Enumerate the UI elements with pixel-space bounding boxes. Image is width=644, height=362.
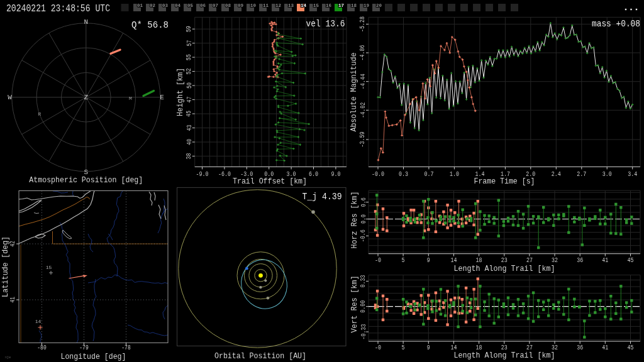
svg-text:19: 19: [364, 3, 370, 8]
svg-text:0.6: 0.6: [360, 197, 367, 207]
svg-text:njw: njw: [5, 356, 11, 359]
svg-text:06: 06: [200, 3, 206, 8]
svg-text:-79: -79: [79, 344, 88, 351]
svg-text:45: 45: [628, 257, 634, 264]
svg-text:13: 13: [288, 3, 294, 8]
svg-text:27: 27: [526, 344, 533, 351]
svg-text:38: 38: [186, 153, 192, 159]
svg-text:1.0: 1.0: [450, 171, 459, 178]
svg-text:0.7: 0.7: [424, 171, 433, 178]
svg-text:vel 13.6: vel 13.6: [306, 19, 345, 30]
svg-text:15: 15: [313, 3, 319, 8]
svg-text:0.33: 0.33: [360, 275, 367, 287]
svg-text:2.7: 2.7: [577, 171, 586, 178]
svg-text:-9.0: -9.0: [196, 171, 209, 178]
svg-text:57: 57: [186, 40, 193, 47]
svg-text:M: M: [129, 96, 132, 101]
svg-text:23: 23: [501, 344, 508, 351]
svg-text:41: 41: [602, 344, 608, 351]
svg-text:09: 09: [238, 3, 244, 8]
svg-text:5: 5: [402, 344, 405, 351]
svg-text:9.0: 9.0: [331, 171, 340, 178]
svg-text:02: 02: [150, 3, 156, 8]
svg-text:Trail Offset [km]: Trail Offset [km]: [233, 177, 307, 186]
svg-text:50: 50: [186, 82, 193, 89]
svg-text:08: 08: [225, 3, 231, 8]
svg-text:mass +0.08: mass +0.08: [592, 19, 640, 30]
svg-text:32: 32: [552, 344, 558, 351]
svg-text:Horz Res [km]: Horz Res [km]: [350, 192, 359, 249]
svg-text:45: 45: [628, 344, 634, 351]
svg-text:32: 32: [552, 257, 558, 264]
svg-text:9: 9: [427, 257, 430, 264]
svg-text:18: 18: [476, 344, 482, 351]
svg-text:Length Along Trail [km]: Length Along Trail [km]: [454, 351, 555, 360]
svg-text:-3.59: -3.59: [359, 132, 366, 148]
svg-text:43: 43: [186, 124, 193, 131]
svg-text:-6.0: -6.0: [218, 171, 231, 178]
svg-text:41: 41: [9, 297, 16, 303]
svg-text:14: 14: [451, 344, 457, 351]
svg-text:S: S: [84, 168, 88, 176]
svg-text:0.00: 0.00: [360, 300, 367, 313]
svg-text:14: 14: [35, 319, 42, 324]
svg-text:07: 07: [213, 3, 218, 8]
svg-text:23: 23: [501, 257, 508, 264]
svg-text:27: 27: [526, 257, 533, 264]
svg-text:Height [km]: Height [km]: [176, 68, 185, 116]
svg-text:52: 52: [186, 69, 192, 75]
svg-text:Absolute Magnitude: Absolute Magnitude: [350, 52, 358, 131]
svg-text:-4.02: -4.02: [360, 102, 367, 118]
svg-text:0.3: 0.3: [399, 171, 408, 178]
svg-text:55: 55: [186, 54, 192, 60]
svg-text:5: 5: [402, 257, 405, 264]
svg-text:40: 40: [186, 139, 193, 145]
svg-text:-0.0: -0.0: [372, 171, 384, 178]
svg-text:12: 12: [275, 3, 282, 8]
svg-text:-4.44: -4.44: [360, 74, 367, 89]
svg-text:10: 10: [250, 3, 257, 8]
svg-text:36: 36: [577, 344, 583, 351]
svg-text:-5.28: -5.28: [360, 16, 367, 32]
svg-text:14: 14: [301, 3, 307, 8]
svg-text:59: 59: [186, 26, 193, 32]
svg-text:45: 45: [186, 111, 192, 117]
svg-text:18: 18: [476, 257, 482, 264]
svg-text:W: W: [8, 94, 12, 101]
svg-text:01: 01: [137, 3, 143, 8]
svg-text:-80: -80: [37, 344, 46, 351]
svg-text:0.0: 0.0: [360, 214, 367, 224]
svg-text:15: 15: [46, 265, 52, 270]
svg-text:17: 17: [338, 3, 344, 8]
svg-text:Longitude [deg]: Longitude [deg]: [61, 353, 126, 361]
svg-text:47: 47: [186, 97, 193, 103]
svg-text:-4.86: -4.86: [359, 45, 366, 61]
svg-text:Latitude [deg]: Latitude [deg]: [1, 236, 10, 297]
svg-text:2.4: 2.4: [552, 171, 561, 178]
svg-text:-0: -0: [375, 344, 381, 351]
svg-text:-78: -78: [121, 344, 130, 351]
svg-text:Vert Res [km]: Vert Res [km]: [350, 276, 359, 333]
svg-text:E: E: [160, 94, 164, 101]
svg-text:Frame Time [s]: Frame Time [s]: [474, 177, 535, 186]
svg-text:20: 20: [376, 3, 382, 8]
svg-text:18: 18: [351, 3, 357, 8]
svg-text:-0.33: -0.33: [360, 324, 367, 339]
svg-text:6.0: 6.0: [309, 171, 318, 178]
svg-text:16: 16: [326, 3, 332, 8]
svg-text:41: 41: [602, 257, 608, 264]
svg-text:03: 03: [162, 3, 169, 8]
svg-text:Length Along Trail [km]: Length Along Trail [km]: [454, 265, 555, 273]
svg-text:42: 42: [9, 241, 16, 247]
svg-text:20240221 23:48:56 UTC: 20240221 23:48:56 UTC: [6, 3, 110, 14]
svg-text:-0.6: -0.6: [360, 229, 367, 242]
svg-text:11: 11: [263, 3, 269, 8]
svg-text:-0: -0: [375, 257, 381, 264]
svg-text:04: 04: [175, 3, 181, 8]
svg-text:3.4: 3.4: [628, 171, 637, 178]
svg-text:36: 36: [577, 257, 583, 264]
svg-text:05: 05: [187, 3, 194, 8]
svg-text:Q* 56.8: Q* 56.8: [131, 20, 169, 31]
svg-text:Z: Z: [84, 94, 88, 101]
svg-text:14: 14: [451, 257, 457, 264]
